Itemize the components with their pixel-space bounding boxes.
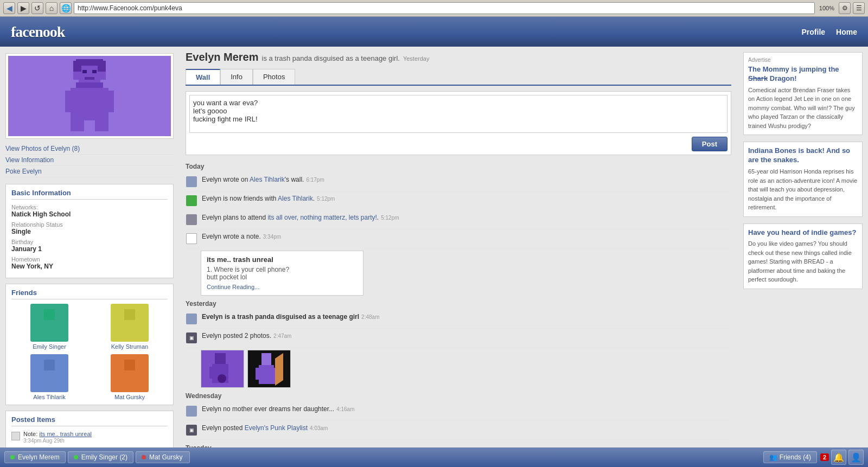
feed-item-event: Evelyn plans to attend its all over, not… [186,210,731,229]
post-actions: Post [189,137,727,151]
right-sidebar: Advertise The Mommy is jumping the Shark… [738,47,868,467]
friend-kelly-avatar [111,304,149,342]
poke-link[interactable]: Poke Evelyn [5,166,174,177]
svg-rect-14 [85,77,94,80]
playlist-link[interactable]: Evelyn's Punk Playlist [245,424,308,432]
svg-rect-36 [135,373,141,383]
posted-note-icon [11,432,20,440]
feed-text-friends-ales: Evelyn is now friends with Ales Tihlarik… [202,195,731,202]
friend-kelly[interactable]: Kelly Struman [92,304,168,350]
taskbar-emily[interactable]: Emily Singer (2) [68,451,133,463]
posted-items-title: Posted Items [11,415,168,426]
taskbar-mat[interactable]: Mat Gursky [136,451,190,463]
nav-profile[interactable]: Profile [802,28,826,36]
note-title: its me.. trash unreal [207,255,358,264]
browser-settings-icon[interactable]: ⚙ [839,2,851,14]
svg-rect-24 [135,323,141,332]
view-info-link[interactable]: View Information [5,155,174,166]
left-sidebar: View Photos of Evelyn (8) View Informati… [0,47,179,467]
tab-wall[interactable]: Wall [186,69,220,85]
tab-info[interactable]: Info [220,69,253,85]
center-content: Evelyn Merem is a trash panda disguised … [179,47,738,467]
favicon-icon: 🌐 [60,2,72,14]
friends-label: Friends (4) [780,453,811,461]
feed-text-event: Evelyn plans to attend its all over, not… [202,214,731,221]
yesterday-label: Yesterday [186,300,731,308]
photo-thumb-1[interactable] [201,350,244,388]
feed-icon-person3 [186,313,197,325]
svg-rect-30 [55,373,60,383]
view-photos-link[interactable]: View Photos of Evelyn (8) [5,143,174,155]
feed-icon-person2 [186,195,197,207]
tab-photos[interactable]: Photos [253,69,295,85]
svg-rect-19 [43,334,48,339]
note-preview: its me.. trash unreal 1. Where is your c… [201,251,363,296]
svg-rect-35 [119,373,124,383]
zoom-level: 100% [817,5,837,11]
ales-link2[interactable]: Ales Tihlarik [278,195,313,202]
svg-rect-15 [44,309,55,320]
feed-item-friends-ales: Evelyn is now friends with Ales Tihlarik… [186,191,731,210]
birthday-row: Birthday January 1 [11,239,168,253]
taskbar-evelyn-label: Evelyn Merem [18,453,60,461]
ad-title-2: Indiana Bones is back! And so are the sn… [748,146,858,165]
svg-rect-4 [71,88,108,120]
birthday-label: Birthday [11,239,168,245]
networks-label: Networks: [11,204,168,210]
svg-rect-20 [50,334,56,339]
friend-kelly-name: Kelly Struman [92,343,168,350]
forward-button[interactable]: ▶ [17,2,29,14]
url-bar[interactable] [74,2,815,14]
svg-rect-49 [264,376,269,384]
basic-info-title: Basic Information [11,189,168,200]
birthday-value: January 1 [11,245,168,253]
friend-ales-avatar [30,354,68,392]
notification-badge[interactable]: 2 [820,453,829,461]
taskbar-evelyn[interactable]: Evelyn Merem [4,451,66,463]
header-nav: Profile Home [802,28,857,36]
home-button[interactable]: ⌂ [46,2,58,14]
ad-text-2: 65-year old Harrison Honda reprises his … [748,167,858,212]
taskbar-dot-emily [74,455,78,459]
svg-rect-40 [215,353,226,364]
note-read-more-link[interactable]: Continue Reading... [207,284,259,290]
settings-icon[interactable]: 👤 [848,450,864,465]
browser-menu-icon[interactable]: ☰ [853,2,865,14]
taskbar-dot-evelyn [10,455,15,459]
friend-mat[interactable]: Mat Gursky [92,354,168,400]
taskbar-right: 👥 Friends (4) 2 🔔 👤 [763,450,864,465]
profile-status: is a trash panda disguised as a teenage … [262,54,400,62]
ad-section-3: Have you heard of indie games? Do you li… [743,223,863,289]
ales-link1[interactable]: Ales Tihlarik [250,176,285,183]
friends-button[interactable]: 👥 Friends (4) [763,451,817,463]
profile-tabs: Wall Info Photos [186,69,731,86]
nav-home[interactable]: Home [836,28,857,36]
friend-emily[interactable]: Emily Singer [11,304,87,350]
refresh-button[interactable]: ↺ [31,2,43,14]
profile-photo-box [5,53,174,139]
photo-thumb-2[interactable] [247,350,291,388]
relationship-label: Relationship Status [11,221,168,228]
svg-rect-8 [95,120,108,131]
friend-mat-name: Mat Gursky [92,394,168,400]
posted-note-link[interactable]: its me.. trash unreal [39,431,92,437]
event-link[interactable]: its all over, nothing matterz, lets part… [267,214,376,221]
svg-rect-33 [124,360,135,370]
taskbar: Evelyn Merem Emily Singer (2) Mat Gursky… [0,447,868,467]
relationship-row: Relationship Status Single [11,221,168,235]
friend-ales[interactable]: Ales Tihlarik [11,354,87,400]
notification-bell-icon[interactable]: 🔔 [831,450,846,465]
networks-value: Natick High School [11,210,168,218]
feed-text-photos: Evelyn posted 2 photos.2:47am [202,332,731,340]
sidebar-links: View Photos of Evelyn (8) View Informati… [5,143,174,177]
svg-rect-42 [209,367,216,379]
post-textarea[interactable]: you want a war eva? let's goooo fucking … [189,95,727,133]
ad-text-3: Do you like video games? You should chec… [748,239,858,284]
profile-header: Evelyn Merem is a trash panda disguised … [186,51,731,63]
post-button[interactable]: Post [692,137,727,151]
back-button[interactable]: ◀ [3,2,15,14]
friend-mat-avatar [111,354,149,392]
feed-item-wednesday2: ▣ Evelyn posted Evelyn's Punk Playlist4:… [186,421,731,440]
feed-icon-film2: ▣ [186,424,197,436]
svg-rect-17 [39,323,44,332]
